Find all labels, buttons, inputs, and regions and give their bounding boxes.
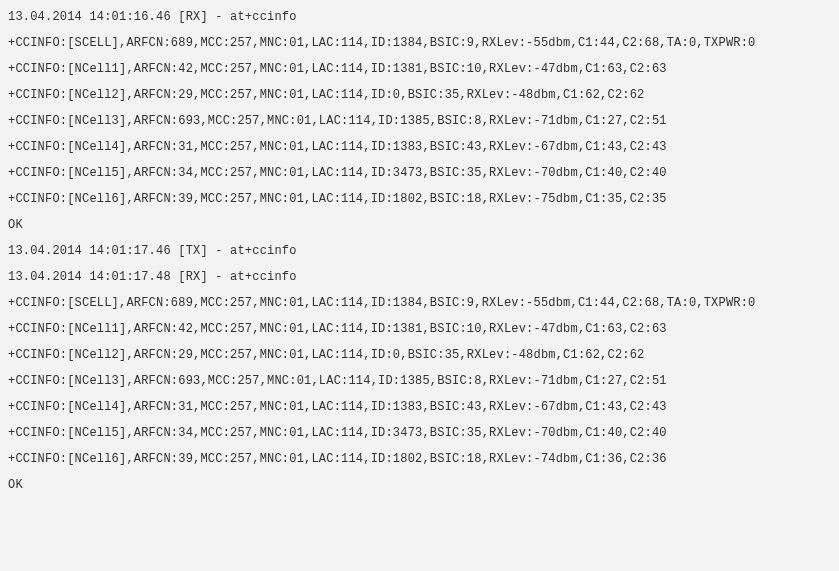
log-line: OK [8, 212, 831, 238]
log-line: +CCINFO:[NCell5],ARFCN:34,MCC:257,MNC:01… [8, 160, 831, 186]
log-line: 13.04.2014 14:01:16.46 [RX] - at+ccinfo [8, 4, 831, 30]
log-line: +CCINFO:[NCell5],ARFCN:34,MCC:257,MNC:01… [8, 420, 831, 446]
log-line: +CCINFO:[NCell2],ARFCN:29,MCC:257,MNC:01… [8, 342, 831, 368]
log-line: +CCINFO:[NCell3],ARFCN:693,MCC:257,MNC:0… [8, 368, 831, 394]
log-line: +CCINFO:[NCell3],ARFCN:693,MCC:257,MNC:0… [8, 108, 831, 134]
log-line: +CCINFO:[SCELL],ARFCN:689,MCC:257,MNC:01… [8, 30, 831, 56]
log-line: +CCINFO:[NCell1],ARFCN:42,MCC:257,MNC:01… [8, 316, 831, 342]
log-line: +CCINFO:[NCell6],ARFCN:39,MCC:257,MNC:01… [8, 446, 831, 472]
log-line: +CCINFO:[NCell4],ARFCN:31,MCC:257,MNC:01… [8, 134, 831, 160]
log-line: +CCINFO:[NCell6],ARFCN:39,MCC:257,MNC:01… [8, 186, 831, 212]
terminal-log-output: 13.04.2014 14:01:16.46 [RX] - at+ccinfo … [8, 4, 831, 498]
log-line: 13.04.2014 14:01:17.46 [TX] - at+ccinfo [8, 238, 831, 264]
log-line: +CCINFO:[NCell4],ARFCN:31,MCC:257,MNC:01… [8, 394, 831, 420]
log-line: +CCINFO:[NCell1],ARFCN:42,MCC:257,MNC:01… [8, 56, 831, 82]
log-line: +CCINFO:[SCELL],ARFCN:689,MCC:257,MNC:01… [8, 290, 831, 316]
log-line: OK [8, 472, 831, 498]
log-line: +CCINFO:[NCell2],ARFCN:29,MCC:257,MNC:01… [8, 82, 831, 108]
log-line: 13.04.2014 14:01:17.48 [RX] - at+ccinfo [8, 264, 831, 290]
